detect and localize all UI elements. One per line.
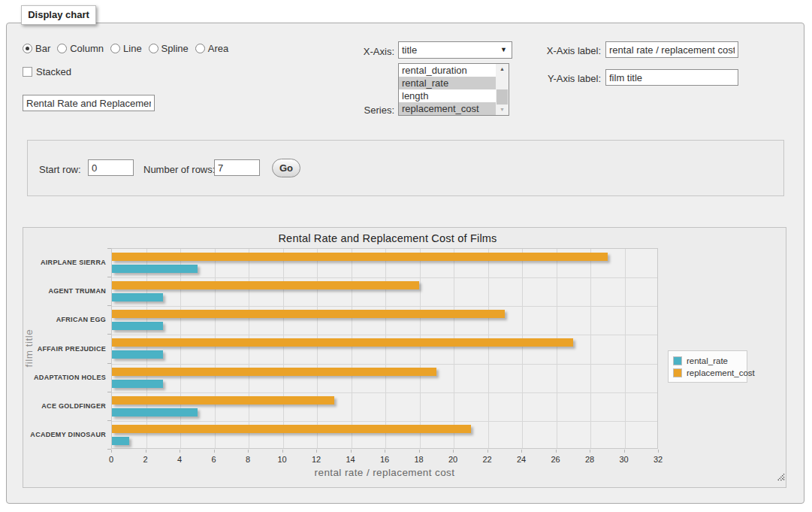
- x-axis-title: rental rate / replacement cost: [111, 467, 658, 478]
- chart-type-label: Line: [123, 43, 142, 54]
- chart-type-spline[interactable]: Spline: [149, 43, 189, 54]
- x-tick-mark: [351, 450, 352, 453]
- y-tick-label: ACE GOLDFINGER: [23, 402, 106, 410]
- xaxis-caption: X-Axis:: [315, 46, 394, 57]
- chart-legend: rental_ratereplacement_cost: [668, 350, 747, 383]
- bar-replacement_cost: [112, 368, 436, 376]
- x-tick-label: 30: [609, 455, 639, 464]
- bar-replacement_cost: [112, 281, 419, 289]
- y-tick-mark: [107, 363, 111, 364]
- scrollbar[interactable]: ▲ ▼: [496, 64, 509, 115]
- radio-icon[interactable]: [23, 44, 32, 53]
- legend-label: rental_rate: [687, 356, 728, 365]
- stacked-option[interactable]: Stacked: [23, 66, 71, 77]
- chart-type-line[interactable]: Line: [110, 43, 142, 54]
- chart-type-bar[interactable]: Bar: [23, 43, 50, 54]
- series-listbox[interactable]: rental_duration rental_rate length repla…: [398, 63, 509, 116]
- radio-icon[interactable]: [110, 44, 120, 53]
- y-tick-mark: [107, 305, 111, 306]
- chart-type-area[interactable]: Area: [195, 43, 228, 54]
- x-tick-mark: [111, 450, 112, 453]
- series-option-replacement-cost[interactable]: replacement_cost: [399, 102, 497, 115]
- series-option-length[interactable]: length: [399, 89, 497, 102]
- radio-icon[interactable]: [149, 44, 158, 53]
- bar-replacement_cost: [112, 253, 608, 261]
- scroll-up-icon[interactable]: ▲: [496, 64, 509, 74]
- x-tick-mark: [146, 450, 146, 453]
- y-tick-label: AIRPLANE SIERRA: [23, 259, 106, 266]
- grid-line-vertical: [385, 249, 386, 448]
- grid-line-vertical: [590, 249, 591, 448]
- grid-line-vertical: [488, 249, 489, 448]
- scrollbar-thumb[interactable]: [497, 89, 508, 106]
- grid-line-vertical: [180, 249, 181, 448]
- y-tick-mark: [107, 420, 111, 421]
- x-tick-label: 24: [506, 455, 536, 464]
- x-tick-mark: [488, 450, 488, 453]
- x-tick-mark: [521, 450, 522, 453]
- x-tick-mark: [453, 450, 454, 453]
- x-tick-label: 4: [165, 455, 195, 464]
- bar-rental_rate: [112, 293, 163, 301]
- bar-replacement_cost: [112, 396, 334, 404]
- rows-panel: [27, 140, 784, 196]
- xaxis-selected-value: title: [402, 44, 417, 56]
- scroll-down-icon[interactable]: ▼: [496, 105, 509, 115]
- grid-line-vertical: [625, 249, 626, 448]
- x-tick-mark: [419, 450, 420, 453]
- radio-icon[interactable]: [57, 44, 67, 53]
- series-option-rental-duration[interactable]: rental_duration: [399, 64, 497, 77]
- chart-container: Rental Rate and Replacement Cost of Film…: [23, 227, 786, 488]
- bar-replacement_cost: [112, 425, 471, 433]
- chart-type-label: Area: [208, 43, 228, 54]
- xaxis-select[interactable]: title ▼: [398, 41, 512, 59]
- grid-line-vertical: [249, 249, 249, 448]
- grid-line-horizontal: [112, 392, 657, 393]
- grid-line-vertical: [420, 249, 421, 448]
- x-tick-mark: [282, 450, 283, 453]
- xaxis-label-input[interactable]: [605, 41, 738, 58]
- plot-area: [111, 248, 658, 449]
- x-tick-label: 14: [336, 455, 366, 464]
- bar-replacement_cost: [112, 338, 573, 347]
- x-tick-mark: [590, 450, 590, 453]
- y-tick-label: AFRICAN EGG: [23, 316, 106, 323]
- yaxis-label-input[interactable]: [605, 69, 738, 86]
- x-tick-mark: [214, 450, 215, 453]
- y-tick-mark: [107, 392, 111, 392]
- x-tick-mark: [385, 450, 385, 453]
- x-tick-label: 26: [541, 455, 571, 464]
- y-tick-label: ADAPTATION HOLES: [23, 374, 106, 381]
- grid-line-horizontal: [112, 364, 657, 365]
- grid-line-vertical: [215, 249, 216, 448]
- num-rows-input[interactable]: [214, 159, 260, 176]
- x-tick-label: 0: [96, 455, 126, 464]
- go-button[interactable]: Go: [272, 159, 300, 177]
- bar-rental_rate: [112, 265, 198, 273]
- checkbox-icon[interactable]: [23, 67, 32, 77]
- y-tick-label: ACADEMY DINOSAUR: [23, 431, 106, 438]
- series-option-rental-rate[interactable]: rental_rate: [399, 77, 497, 89]
- start-row-caption: Start row:: [39, 164, 81, 175]
- series-caption: Series:: [315, 105, 394, 116]
- x-tick-label: 20: [438, 455, 468, 464]
- grid-line-vertical: [283, 249, 284, 448]
- grid-line-vertical: [352, 249, 352, 448]
- num-rows-caption: Number of rows:: [143, 164, 215, 175]
- y-tick-mark: [107, 248, 111, 249]
- legend-label: replacement_cost: [687, 368, 755, 377]
- x-tick-label: 18: [404, 455, 434, 464]
- radio-icon[interactable]: [195, 44, 205, 53]
- start-row-input[interactable]: [88, 159, 134, 176]
- chart-type-column[interactable]: Column: [57, 43, 104, 54]
- fieldset-legend: Display chart: [21, 5, 96, 25]
- xaxis-label-caption: X-Axis label:: [517, 45, 601, 56]
- bar-rental_rate: [112, 322, 163, 330]
- stacked-label: Stacked: [36, 66, 71, 77]
- x-tick-label: 22: [472, 455, 503, 464]
- legend-item: replacement_cost: [673, 367, 742, 378]
- bar-rental_rate: [112, 408, 198, 417]
- x-tick-label: 12: [301, 455, 331, 464]
- chart-title-input[interactable]: [23, 95, 155, 111]
- resize-handle-icon[interactable]: [776, 472, 785, 481]
